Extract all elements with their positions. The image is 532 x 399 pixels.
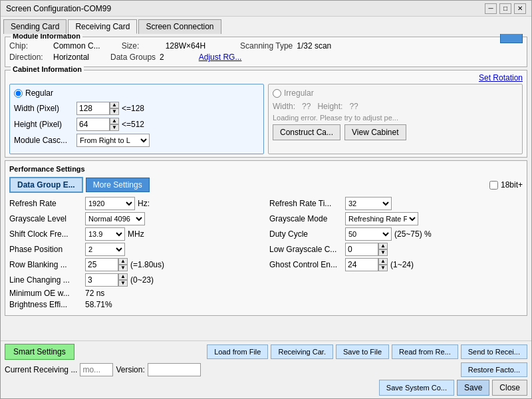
- data-group-button[interactable]: Data Group E...: [9, 177, 83, 193]
- 18bit-checkbox-container: 18bit+: [489, 180, 523, 190]
- shift-clock-select[interactable]: 13.9: [85, 227, 125, 241]
- width-up-button[interactable]: ▲: [110, 102, 119, 108]
- maximize-button[interactable]: □: [499, 3, 511, 14]
- row-blanking-eq: (=1.80us): [130, 260, 164, 269]
- version-input[interactable]: [148, 363, 201, 376]
- main-window: Screen Configuration-COM99 ─ □ ✕ Sending…: [0, 0, 532, 399]
- read-from-re-button[interactable]: Read from Re...: [392, 344, 458, 359]
- brightness-value: 58.71%: [85, 300, 112, 309]
- low-grayscale-down[interactable]: ▼: [378, 249, 388, 256]
- model-input[interactable]: [80, 363, 113, 376]
- duty-cycle-label: Duty Cycle: [269, 229, 342, 239]
- 18bit-checkbox[interactable]: [489, 181, 498, 190]
- tab-screen-connection[interactable]: Screen Connection: [138, 19, 221, 34]
- close-button[interactable]: ✕: [514, 3, 526, 14]
- scanning-type-label: Scanning Type: [240, 41, 293, 51]
- row-blanking-label: Row Blanking ...: [9, 260, 82, 269]
- grayscale-level-select[interactable]: Normal 4096: [85, 212, 145, 225]
- irreg-error-text: Loading error. Please try to adjust pe..…: [273, 114, 518, 122]
- refresh-rate-ti-label: Refresh Rate Ti...: [269, 199, 342, 208]
- main-content: Module Information Chip: Common C... Siz…: [1, 34, 531, 340]
- construct-cabinet-button[interactable]: Construct Ca...: [273, 124, 340, 140]
- low-grayscale-input[interactable]: [345, 243, 378, 256]
- load-from-file-button[interactable]: Load from File: [207, 344, 268, 359]
- height-down-button[interactable]: ▼: [110, 124, 119, 131]
- irreg-width-value: ??: [302, 102, 311, 111]
- bottom-row-2: Current Receiving ... Version: Restore F…: [5, 362, 527, 377]
- restore-facto-button[interactable]: Restore Facto...: [461, 362, 527, 377]
- ghost-control-label: Ghost Control En...: [269, 260, 342, 269]
- bottom-row-3: Save System Co... Save Close: [5, 380, 527, 396]
- width-constraint: <=128: [122, 104, 144, 113]
- adjust-rg-link[interactable]: Adjust RG...: [199, 53, 242, 62]
- line-changing-input[interactable]: [85, 273, 118, 287]
- data-groups-value: 2: [160, 53, 164, 62]
- phase-position-label: Phase Position: [9, 245, 82, 254]
- duty-cycle-range: (25~75) %: [394, 229, 432, 239]
- save-button[interactable]: Save: [457, 380, 489, 396]
- min-oe-value: 72 ns: [85, 289, 104, 298]
- row-blanking-down[interactable]: ▼: [118, 265, 128, 271]
- regular-radio[interactable]: [14, 89, 23, 98]
- receiving-car-button[interactable]: Receiving Car.: [271, 344, 333, 359]
- send-to-recei-button[interactable]: Send to Recei...: [461, 344, 527, 359]
- smart-settings-button[interactable]: Smart Settings: [5, 344, 74, 360]
- height-constraint: <=512: [122, 120, 144, 129]
- ghost-control-range: (1~24): [390, 260, 414, 269]
- low-grayscale-up[interactable]: ▲: [378, 243, 388, 249]
- window-title: Screen Configuration-COM99: [6, 4, 111, 13]
- refresh-rate-ti-select[interactable]: 32: [345, 197, 392, 210]
- window-controls: ─ □ ✕: [485, 3, 526, 14]
- shift-clock-label: Shift Clock Fre...: [9, 229, 82, 239]
- save-system-co-button[interactable]: Save System Co...: [379, 380, 454, 396]
- refresh-rate-select[interactable]: 1920: [85, 197, 135, 210]
- row-blanking-input[interactable]: [85, 258, 118, 271]
- data-groups-label: Data Groups: [110, 53, 156, 62]
- duty-cycle-select[interactable]: 50: [345, 227, 392, 241]
- line-changing-up[interactable]: ▲: [118, 273, 128, 280]
- ghost-control-input[interactable]: [345, 258, 378, 271]
- grayscale-mode-select[interactable]: Refreshing Rate Fir: [345, 212, 418, 225]
- width-input[interactable]: 128: [76, 102, 110, 115]
- performance-grid: Refresh Rate 1920 Hz: Grayscale Level No…: [9, 197, 523, 311]
- irreg-height-value: ??: [349, 102, 358, 111]
- tab-receiving-card[interactable]: Receiving Card: [68, 19, 137, 34]
- module-info-title: Module Information: [11, 34, 82, 40]
- ghost-control-up[interactable]: ▲: [378, 258, 388, 265]
- tab-sending-card[interactable]: Sending Card: [3, 19, 66, 34]
- direction-value: Horizontal: [53, 53, 89, 62]
- line-changing-down[interactable]: ▼: [118, 280, 128, 287]
- phase-position-select[interactable]: 2: [85, 243, 125, 256]
- width-down-button[interactable]: ▼: [110, 108, 119, 115]
- performance-settings-section: Performance Settings Data Group E... Mor…: [5, 160, 527, 316]
- save-to-file-button[interactable]: Save to File: [336, 344, 389, 359]
- close-dialog-button[interactable]: Close: [492, 380, 527, 396]
- module-casc-label: Module Casc...: [14, 136, 74, 145]
- height-input[interactable]: 64: [76, 118, 110, 131]
- width-pixel-label: Width (Pixel): [14, 104, 74, 113]
- size-label: Size:: [122, 41, 162, 51]
- line-changing-label: Line Changing ...: [9, 275, 82, 285]
- minimize-button[interactable]: ─: [485, 3, 497, 14]
- height-up-button[interactable]: ▲: [110, 118, 119, 124]
- module-casc-select[interactable]: From Right to L: [76, 134, 150, 147]
- grayscale-level-label: Grayscale Level: [9, 214, 82, 223]
- view-cabinet-button[interactable]: View Cabinet: [344, 124, 406, 140]
- irregular-radio[interactable]: [273, 89, 281, 98]
- set-rotation-link[interactable]: Set Rotation: [479, 73, 523, 82]
- line-changing-range: (0~23): [130, 275, 154, 285]
- regular-panel: Regular Width (Pixel) 128 ▲ ▼ <=128: [9, 84, 264, 154]
- bottom-row-1: Smart Settings Load from File Receiving …: [5, 344, 527, 360]
- more-settings-button[interactable]: More Settings: [86, 178, 150, 192]
- arrow-button[interactable]: >>: [500, 34, 523, 43]
- row-blanking-up[interactable]: ▲: [118, 258, 128, 265]
- ghost-control-down[interactable]: ▼: [378, 265, 388, 271]
- grayscale-mode-label: Grayscale Mode: [269, 214, 342, 223]
- irreg-width-label: Width:: [273, 102, 295, 111]
- height-pixel-label: Height (Pixel): [14, 120, 74, 129]
- current-receiving-container: Current Receiving ... Version:: [5, 363, 230, 376]
- refresh-rate-label: Refresh Rate: [9, 199, 82, 208]
- current-receiving-label: Current Receiving ...: [5, 365, 77, 374]
- size-value: 128W×64H: [166, 41, 205, 51]
- irreg-height-label: Height:: [317, 102, 342, 111]
